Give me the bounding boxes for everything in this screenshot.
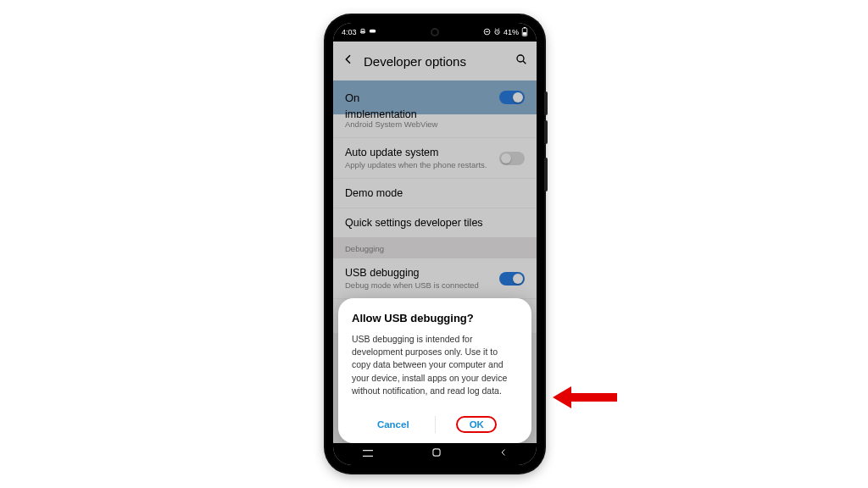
battery-percent: 41%: [504, 28, 519, 36]
selfie-camera: [431, 28, 439, 36]
svg-rect-0: [361, 29, 364, 31]
dialog-button-row: Cancel OK: [352, 413, 518, 436]
navigation-bar: [333, 443, 537, 465]
recents-icon[interactable]: [361, 446, 375, 462]
home-icon[interactable]: [431, 446, 442, 462]
annotation-arrow-icon: [551, 385, 619, 410]
volume-down-button: [544, 120, 548, 144]
dialog-body: USB debugging is intended for developmen…: [352, 333, 518, 397]
svg-rect-8: [433, 449, 440, 456]
svg-rect-6: [523, 32, 526, 36]
dialog-title: Allow USB debugging?: [352, 312, 518, 324]
power-button: [544, 158, 548, 191]
phone-frame: 4:03 41%: [326, 15, 544, 473]
cancel-button[interactable]: Cancel: [352, 413, 435, 436]
controller-icon: [369, 28, 376, 36]
dnd-icon: [483, 28, 491, 37]
phone-screen: 4:03 41%: [333, 23, 537, 465]
status-time: 4:03: [342, 28, 357, 36]
back-nav-icon[interactable]: [498, 446, 509, 462]
volume-up-button: [544, 92, 548, 115]
notification-icon: [359, 28, 366, 36]
usb-debugging-dialog: Allow USB debugging? USB debugging is in…: [338, 298, 531, 443]
battery-icon: [521, 27, 528, 38]
ok-button[interactable]: OK: [436, 413, 519, 436]
svg-rect-5: [524, 27, 526, 28]
alarm-icon: [493, 28, 501, 37]
svg-rect-1: [369, 30, 376, 33]
